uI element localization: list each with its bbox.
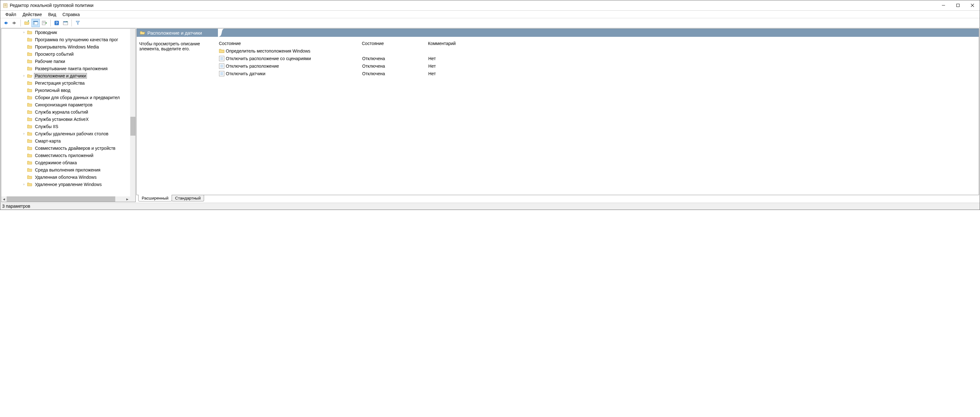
expand-icon[interactable]: › — [21, 30, 27, 34]
expand-icon[interactable]: › — [21, 74, 27, 78]
tree-item[interactable]: Рукописный ввод — [1, 87, 135, 94]
app-icon — [3, 3, 8, 8]
folder-icon — [27, 88, 32, 92]
tree-item[interactable]: Просмотр событий — [1, 50, 135, 58]
setting-icon — [219, 71, 224, 76]
window-controls — [936, 0, 980, 10]
filter-button[interactable] — [74, 19, 82, 27]
header-state[interactable]: Состояние — [362, 41, 428, 46]
list-row[interactable]: Отключить расположение со сценариямиОткл… — [218, 55, 979, 62]
folder-icon — [27, 124, 32, 129]
header-comment[interactable]: Комментарий — [428, 41, 979, 46]
titlebar: Редактор локальной групповой политики — [0, 0, 980, 11]
list-row[interactable]: Отключить датчикиОтключенаНет — [218, 70, 979, 78]
expand-icon[interactable]: › — [21, 132, 27, 135]
tree-item[interactable]: ›Проводник — [1, 29, 135, 36]
tree-item-label: Рукописный ввод — [34, 87, 72, 93]
toolbar-separator — [50, 19, 51, 27]
up-button[interactable] — [23, 19, 31, 27]
content-area: Чтобы просмотреть описание элемента, выд… — [137, 37, 979, 195]
tree-item-label: Программа по улучшению качества прог — [34, 37, 119, 43]
tree-item-label: Расположение и датчики — [34, 73, 87, 79]
tree-item-label: Регистрация устройства — [34, 80, 86, 86]
svg-rect-8 — [957, 4, 959, 7]
list-row[interactable]: Отключить расположениеОтключенаНет — [218, 62, 979, 70]
folder-icon — [219, 48, 224, 54]
row-state: Отключена — [362, 63, 428, 68]
header-name[interactable]: Состояние — [218, 41, 362, 46]
tree-item[interactable]: Синхронизация параметров — [1, 101, 135, 108]
row-name: Отключить датчики — [226, 71, 362, 76]
window-title: Редактор локальной групповой политики — [10, 3, 936, 8]
export-list-button[interactable] — [40, 19, 48, 27]
tree-item[interactable]: Служба установки ActiveX — [1, 116, 135, 123]
menu-file[interactable]: Файл — [2, 11, 19, 18]
list-row[interactable]: Определитель местоположения Windows — [218, 47, 979, 55]
tree-item[interactable]: Смарт-карта — [1, 137, 135, 144]
tab-extended[interactable]: Расширенный — [138, 195, 172, 201]
help-button[interactable]: ? — [52, 19, 61, 27]
gpedit-window: Редактор локальной групповой политики Фа… — [0, 0, 980, 210]
tab-standard[interactable]: Стандартный — [172, 195, 204, 201]
tree-item[interactable]: Рабочие папки — [1, 58, 135, 65]
maximize-button[interactable] — [951, 0, 965, 10]
folder-icon — [27, 132, 32, 136]
expand-icon[interactable]: › — [21, 182, 27, 186]
tree-item-label: Удаленное управление Windows — [34, 182, 103, 187]
tree-item[interactable]: Содержимое облака — [1, 159, 135, 166]
banner-title: Расположение и датчики — [147, 30, 202, 36]
tree-item[interactable]: Проигрыватель Windows Media — [1, 43, 135, 50]
tree-item[interactable]: ›Службы удаленных рабочих столов — [1, 130, 135, 137]
tree-item-label: Службы удаленных рабочих столов — [34, 131, 109, 136]
toolbar-separator — [72, 19, 72, 27]
folder-icon — [27, 182, 32, 187]
folder-icon — [27, 59, 32, 63]
tree-item[interactable]: Регистрация устройства — [1, 79, 135, 87]
tree-item-label: Сборки для сбора данных и предварител — [34, 95, 121, 100]
menu-action[interactable]: Действие — [19, 11, 45, 18]
tree-horizontal-thumb[interactable] — [6, 197, 115, 202]
tree-pane: ›ПроводникПрограмма по улучшению качеств… — [1, 29, 136, 202]
tree-horizontal-scrollbar[interactable]: ◀ ▶ — [1, 197, 130, 202]
tree-hscroll-left[interactable]: ◀ — [1, 197, 6, 202]
minimize-button[interactable] — [936, 0, 951, 10]
toolbar: ? — [0, 18, 980, 28]
tree-item[interactable]: ›Расположение и датчики — [1, 72, 135, 79]
tree-item[interactable]: Программа по улучшению качества прог — [1, 36, 135, 43]
tree-item[interactable]: ›Удаленное управление Windows — [1, 181, 135, 188]
close-button[interactable] — [965, 0, 980, 10]
tree-vertical-thumb[interactable] — [130, 117, 135, 136]
row-comment: Нет — [428, 63, 979, 68]
forward-button[interactable] — [10, 19, 19, 27]
folder-icon — [27, 30, 32, 35]
tree-item[interactable]: Развертывание пакета приложения — [1, 65, 135, 72]
show-hide-tree-button[interactable] — [32, 19, 40, 27]
folder-icon — [27, 38, 32, 42]
header-banner: Расположение и датчики — [137, 29, 979, 37]
back-button[interactable] — [2, 19, 10, 27]
folder-icon — [27, 168, 32, 172]
row-name: Определитель местоположения Windows — [226, 49, 362, 54]
tree-item[interactable]: Сборки для сбора данных и предварител — [1, 94, 135, 101]
tree-scroll[interactable]: ›ПроводникПрограмма по улучшению качеств… — [1, 29, 135, 202]
menu-help[interactable]: Справка — [59, 11, 83, 18]
row-name: Отключить расположение — [226, 63, 362, 68]
tree-item[interactable]: Совместимость приложений — [1, 152, 135, 159]
menubar: Файл Действие Вид Справка — [0, 11, 980, 18]
setting-icon — [219, 63, 224, 69]
folder-icon — [27, 52, 32, 56]
menu-view[interactable]: Вид — [45, 11, 59, 18]
tree-item-label: Просмотр событий — [34, 51, 75, 57]
options-button[interactable] — [61, 19, 70, 27]
tree-hscroll-right[interactable]: ▶ — [125, 197, 130, 202]
tree-item[interactable]: Среда выполнения приложения — [1, 166, 135, 173]
tree-item-label: Синхронизация параметров — [34, 102, 94, 108]
tree-vertical-scrollbar[interactable] — [130, 29, 135, 197]
svg-text:?: ? — [56, 21, 58, 25]
tree-item[interactable]: Удаленная оболочка Windows — [1, 173, 135, 181]
tree-item[interactable]: Службы IIS — [1, 123, 135, 130]
list-header: Состояние Состояние Комментарий — [218, 40, 979, 47]
tree-item[interactable]: Совместимость драйверов и устройств — [1, 144, 135, 152]
tree-item[interactable]: Служба журнала событий — [1, 108, 135, 116]
folder-icon — [27, 175, 32, 179]
